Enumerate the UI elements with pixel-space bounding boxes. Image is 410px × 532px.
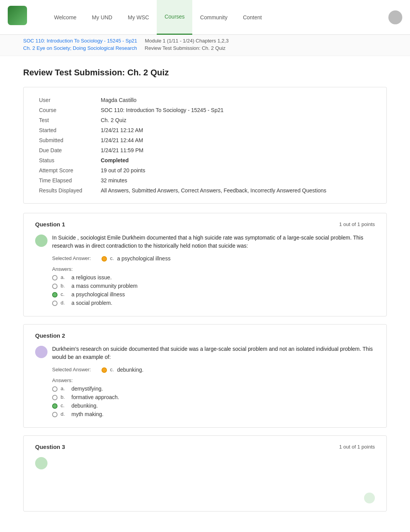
- q1-c-letter: c.: [61, 291, 68, 297]
- q2-answer-a: a. demystifying.: [52, 386, 375, 392]
- breadcrumb-course[interactable]: SOC 110: Introduction To Sociology - 152…: [23, 38, 137, 44]
- question-1-selected-row: Selected Answer: c. a psychological illn…: [52, 255, 375, 262]
- question-3-decoration: [364, 493, 375, 503]
- info-table: User Magda Castillo Course SOC 110: Intr…: [35, 95, 375, 195]
- started-label: Started: [35, 125, 97, 135]
- question-3-block: Question 3 1 out of 1 points: [23, 435, 387, 512]
- question-1-title: Question 1: [35, 221, 65, 228]
- radio-empty-icon: [52, 284, 58, 289]
- selected-radio-icon: [102, 256, 107, 262]
- q1-answer-d: d. a social problem.: [52, 300, 375, 306]
- question-2-avatar: [35, 346, 47, 358]
- attempt-label: Attempt Score: [35, 165, 97, 175]
- q2-d-text: myth making.: [71, 411, 103, 417]
- attempt-value: 19 out of 20 points: [97, 165, 375, 175]
- question-3-title: Question 3: [35, 444, 65, 450]
- radio-correct-icon: [52, 292, 58, 297]
- q1-d-text: a social problem.: [71, 300, 112, 306]
- q2-a-letter: a.: [61, 386, 68, 391]
- q2-c-text: debunking.: [71, 403, 98, 409]
- info-card: User Magda Castillo Course SOC 110: Intr…: [23, 87, 387, 204]
- q2-answer-b: b. formative approach.: [52, 394, 375, 400]
- question-1-points: 1 out of 1 points: [339, 221, 375, 227]
- nav-myund[interactable]: My UND: [84, 0, 120, 35]
- selected-answer-label-2: Selected Answer:: [52, 367, 98, 372]
- results-value[interactable]: All Answers, Submitted Answers, Correct …: [97, 185, 375, 195]
- course-label: Course: [35, 105, 97, 115]
- nav-welcome[interactable]: Welcome: [46, 0, 84, 35]
- q2-c-letter: c.: [61, 403, 68, 408]
- q1-a-letter: a.: [61, 274, 68, 280]
- selected-answer-label: Selected Answer:: [52, 255, 98, 261]
- status-label: Status: [35, 155, 97, 165]
- q2-b-letter: b.: [61, 394, 68, 400]
- test-value[interactable]: Ch. 2 Quiz: [97, 115, 375, 125]
- nav-content[interactable]: Content: [235, 0, 269, 35]
- q2-d-letter: d.: [61, 411, 68, 417]
- breadcrumb-bar: SOC 110: Introduction To Sociology - 152…: [0, 35, 410, 56]
- due-value: 1/24/21 11:59 PM: [97, 145, 375, 155]
- question-1-selected-text: a psychological illness: [117, 255, 171, 262]
- q1-b-text: a mass community problem: [71, 283, 137, 289]
- question-2-header: Question 2: [35, 332, 375, 339]
- radio-empty-icon: [52, 275, 58, 280]
- course-value[interactable]: SOC 110: Introduction To Sociology - 152…: [97, 105, 375, 115]
- test-label: Test: [35, 115, 97, 125]
- question-1-text: In Suicide , sociologist Emile Durkheim …: [52, 234, 375, 250]
- question-2-answer-section: Selected Answer: c. debunking. Answers: …: [52, 367, 375, 417]
- selected-radio-icon-2: [102, 367, 107, 373]
- radio-correct-icon-2: [52, 403, 58, 409]
- page-title: Review Test Submission: Ch. 2 Quiz: [23, 68, 387, 78]
- q1-a-text: a religious issue.: [71, 274, 112, 280]
- nav-links: Welcome My UND My WSC Courses Community …: [46, 0, 388, 35]
- breadcrumb-current: Review Test Submission: Ch. 2 Quiz: [145, 45, 225, 51]
- q1-answer-c: c. a psychological illness: [52, 291, 375, 297]
- elapsed-value: 32 minutes: [97, 175, 375, 185]
- main-content: Review Test Submission: Ch. 2 Quiz User …: [0, 56, 410, 527]
- question-3-body: [35, 456, 375, 487]
- due-label: Due Date: [35, 145, 97, 155]
- question-2-selected-text: debunking.: [117, 367, 144, 373]
- question-1-block: Question 1 1 out of 1 points In Suicide …: [23, 213, 387, 316]
- question-3-points: 1 out of 1 points: [339, 444, 375, 450]
- q1-d-letter: d.: [61, 300, 68, 306]
- submitted-label: Submitted: [35, 135, 97, 145]
- question-2-block: Question 2 Durkheim's research on suicid…: [23, 324, 387, 428]
- question-2-selected-row: Selected Answer: c. debunking.: [52, 367, 375, 373]
- breadcrumb-module: Module 1 (1/11 - 1/24) Chapters 1,2,3: [145, 38, 229, 44]
- radio-empty-icon: [52, 395, 58, 400]
- submitted-value: 1/24/21 12:44 AM: [97, 135, 375, 145]
- question-1-answer-section: Selected Answer: c. a psychological illn…: [52, 255, 375, 306]
- question-1-body: In Suicide , sociologist Emile Durkheim …: [35, 234, 375, 250]
- status-value: Completed: [97, 155, 375, 165]
- nav-courses[interactable]: Courses: [157, 0, 192, 35]
- radio-empty-icon: [52, 386, 58, 392]
- q1-answer-b: b. a mass community problem: [52, 283, 375, 289]
- started-value: 1/24/21 12:12 AM: [97, 125, 375, 135]
- answers-header-2: Answers:: [52, 377, 375, 383]
- nav-mywsc[interactable]: My WSC: [120, 0, 157, 35]
- breadcrumb-chapter[interactable]: Ch. 2 Eye on Society; Doing Sociological…: [23, 45, 137, 51]
- question-1-avatar: [35, 235, 47, 247]
- elapsed-label: Time Elapsed: [35, 175, 97, 185]
- question-2-text: Durkheim's research on suicide documente…: [52, 345, 375, 361]
- question-2-body: Durkheim's research on suicide documente…: [35, 345, 375, 361]
- radio-empty-icon: [52, 301, 58, 306]
- q2-a-text: demystifying.: [71, 386, 103, 392]
- radio-empty-icon: [52, 412, 58, 417]
- logo: [8, 6, 31, 29]
- question-2-title: Question 2: [35, 332, 65, 339]
- results-label: Results Displayed: [35, 185, 97, 195]
- q2-b-text: formative approach.: [71, 394, 119, 400]
- q1-answer-a: a. a religious issue.: [52, 274, 375, 280]
- question-3-avatar: [35, 457, 47, 469]
- q1-b-letter: b.: [61, 283, 68, 289]
- user-label: User: [35, 95, 97, 105]
- avatar: [388, 10, 402, 24]
- question-1-header: Question 1 1 out of 1 points: [35, 221, 375, 228]
- question-3-header: Question 3 1 out of 1 points: [35, 444, 375, 450]
- nav-community[interactable]: Community: [192, 0, 235, 35]
- q1-c-text: a psychological illness: [71, 291, 125, 297]
- question-1-selected-prefix: c.: [110, 255, 114, 261]
- user-value[interactable]: Magda Castillo: [97, 95, 375, 105]
